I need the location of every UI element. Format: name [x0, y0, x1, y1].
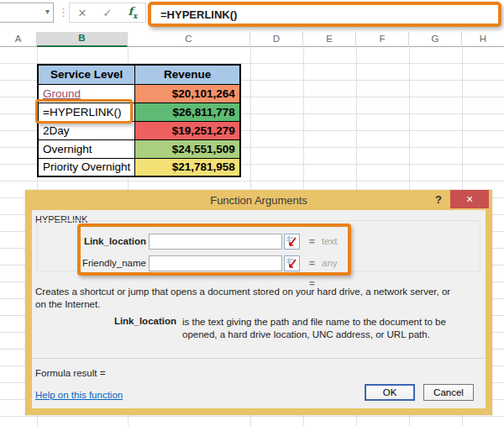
column-header-f[interactable]: F [356, 32, 409, 47]
cell-revenue-2day[interactable]: $19,251,279 [135, 121, 240, 139]
column-header-g[interactable]: G [409, 32, 462, 47]
link-location-label: Link_location [79, 236, 146, 246]
dialog-separator [32, 358, 486, 359]
column-header-d[interactable]: D [250, 32, 303, 47]
name-box-dropdown-icon[interactable]: ▾ [45, 7, 50, 16]
cell-revenue-priority-overnight[interactable]: $21,781,958 [135, 158, 240, 176]
range-selector-icon[interactable] [284, 234, 300, 250]
cell-revenue-overnight[interactable]: $24,551,509 [135, 139, 240, 158]
cell-service-2day[interactable]: 2Day [38, 121, 135, 139]
cell-revenue-2[interactable]: $26,811,778 [135, 103, 240, 121]
column-header-b[interactable]: B [37, 32, 128, 47]
table-header-service[interactable]: Service Level [38, 65, 135, 84]
table-row: Priority Overnight $21,781,958 [38, 158, 240, 176]
help-on-function-link[interactable]: Help on this function [35, 390, 123, 400]
arg-type-any: any [322, 258, 338, 268]
column-header-c[interactable]: C [128, 32, 250, 47]
column-header-h[interactable]: H [462, 32, 504, 47]
cell-service-overnight[interactable]: Overnight [38, 139, 135, 158]
cell-revenue-ground[interactable]: $20,101,264 [135, 84, 240, 103]
equals-sign: = [309, 258, 315, 268]
column-header-e[interactable]: E [303, 32, 356, 47]
ground-hyperlink[interactable]: Ground [43, 87, 81, 100]
range-selector-icon[interactable] [284, 255, 300, 271]
name-box[interactable]: ▾ [0, 3, 54, 23]
table-row: Overnight $24,551,509 [38, 139, 240, 158]
formula-buttons: ✕ ✓ fx [69, 3, 146, 23]
cell-service-hyperlink-formula[interactable]: =HYPERLINK() [38, 103, 135, 121]
column-header-a[interactable]: A [0, 32, 37, 47]
separator-dots-icon: ⋮ [58, 6, 69, 18]
table-row: 2Day $19,251,279 [38, 121, 240, 139]
revenue-table: Service Level Revenue Ground $20,101,264… [37, 64, 241, 177]
table-row: =HYPERLINK() $26,811,778 [38, 103, 240, 121]
formula-result-label: Formula result = [35, 368, 105, 378]
formula-bar-input[interactable]: =HYPERLINK() [148, 2, 501, 27]
arg-type-text: text [322, 236, 338, 246]
cancel-entry-icon[interactable]: ✕ [78, 7, 87, 19]
cell-service-ground[interactable]: Ground [38, 84, 135, 103]
friendly-name-input[interactable] [149, 255, 282, 271]
table-header-row: Service Level Revenue [38, 65, 240, 84]
equals-sign: = [309, 236, 315, 246]
dialog-help-icon[interactable]: ? [435, 193, 442, 206]
insert-function-icon[interactable]: fx [128, 5, 137, 20]
formula-bar-row: ▾ ⋮ ✕ ✓ fx =HYPERLINK() [0, 0, 504, 32]
table-row: Ground $20,101,264 [38, 84, 240, 103]
dialog-close-icon[interactable]: ✕ [450, 190, 489, 208]
link-location-input[interactable] [149, 234, 282, 250]
arg-help-label: Link_location [35, 316, 176, 326]
ok-button[interactable]: OK [365, 384, 415, 401]
dialog-title: Function Arguments [25, 194, 492, 207]
cell-service-priority-overnight[interactable]: Priority Overnight [38, 158, 135, 176]
friendly-name-label: Friendly_name [79, 258, 146, 268]
enter-entry-icon[interactable]: ✓ [103, 7, 113, 19]
dialog-content: HYPERLINK Link_location = text Friendly_… [32, 210, 486, 408]
function-description: Creates a shortcut or jump that opens a … [35, 286, 460, 311]
formula-text: =HYPERLINK() [160, 8, 237, 21]
table-header-revenue[interactable]: Revenue [135, 65, 240, 84]
arg-help-text: is the text giving the path and file nam… [182, 316, 472, 341]
column-headers: A B C D E F G H [0, 32, 504, 47]
cancel-button[interactable]: Cancel [423, 384, 474, 401]
function-arguments-dialog: Function Arguments ? ✕ HYPERLINK Link_lo… [25, 190, 492, 415]
